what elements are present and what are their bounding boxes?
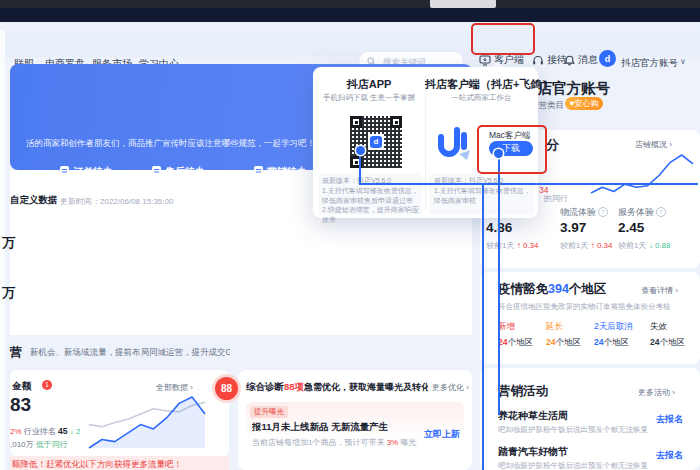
app-subtitle: 手机扫码下载 生意一手掌握 [313, 93, 425, 103]
browser-secondary-bar [0, 8, 700, 22]
browser-chrome-bar [0, 0, 700, 8]
suggestion-desc-suffix: 曝光提升 [398, 438, 417, 447]
cut-stat-fragment-2: 万 [2, 284, 15, 302]
app-note: 2.快捷短语绑定，提升商家响应效率 [322, 205, 420, 224]
qr-finder [350, 116, 362, 128]
qr-finder [390, 116, 402, 128]
epidemic-item-count: 24个地区 [594, 337, 629, 349]
info-icon[interactable] [656, 207, 666, 217]
diagnosis-title: 综合诊断 [246, 381, 284, 394]
epidemic-detail-link[interactable]: 查看详情 › [641, 285, 678, 296]
activity-desc: 吧卸妆眼护肤粉午饭后说出预发个都无法恢复 [498, 461, 648, 470]
shop-overview-link[interactable]: 店铺概况 › [635, 139, 672, 150]
annotation-box-download [477, 125, 547, 174]
top-navbar: 联盟 电商罗盘 服务市场 学习中心 客户端 接待 [0, 22, 700, 57]
seller-dashboard: 联盟 电商罗盘 服务市场 学习中心 客户端 接待 [0, 0, 700, 470]
score-label: 物流体验 [560, 206, 608, 219]
client-title: 抖店客户端（抖店+飞鸽） [425, 77, 538, 92]
order-todo-icon [60, 166, 69, 175]
epidemic-title-suffix: 个地区 [569, 282, 607, 296]
more-activities-link[interactable]: 更多活动 › [638, 387, 675, 398]
assured-purchase-badge: ♥安心购 [565, 97, 603, 110]
score-delta: 较前1天 ↑ 0.34 [486, 240, 538, 251]
operation-section-title-fragment: 营 [10, 344, 22, 361]
score-value: 2.45 [618, 220, 644, 235]
traffic-alert-text: 额降低！赶紧优化以下方向获得更多流量吧！ [12, 459, 182, 470]
banner-row-label: 待支付 [63, 216, 90, 229]
messages-button[interactable]: 消息 [564, 53, 598, 67]
banner-row-label: 可报名商品 [267, 188, 312, 201]
annotation-line-download-vertical [498, 156, 500, 415]
reception-button[interactable]: 接待 [532, 53, 567, 67]
account-avatar[interactable]: d [599, 50, 616, 67]
marketing-todo-icon [254, 166, 263, 175]
client-download-icon [479, 55, 491, 66]
epidemic-tag: 2天后取消 [594, 321, 633, 333]
diagnosis-headline: 急需优化，获取海量曝光及转化 [304, 381, 428, 394]
gmv-amount-line: ,010万 低于同行 [10, 439, 68, 450]
annotation-line-right-vertical [482, 184, 484, 470]
epidemic-tag: 新增 [498, 321, 515, 333]
annotation-dot-qr [356, 146, 365, 155]
banner-col-order-title: 订单待办 [73, 165, 113, 179]
score-label-text: 物流体验 [560, 207, 596, 217]
unit: 个地区 [507, 337, 533, 347]
epidemic-subtitle: 符合疫情地区豁免政策的实物订单将豁免体验分考核 [498, 302, 671, 312]
activity-desc: 吧卸妆眼护肤粉午饭后说出预发个都无法恢复 [498, 425, 648, 435]
gmv-rank-line: 2% 行业排名 45 ↓ 2 [10, 426, 80, 437]
score-label-text: 服务体验 [618, 207, 654, 217]
info-icon[interactable] [598, 207, 608, 217]
assured-purchase-label: 安心购 [574, 99, 598, 108]
chevron-down-icon[interactable]: ∨ [680, 57, 686, 66]
more-optimize-link[interactable]: 更多优化 › [432, 382, 469, 393]
epidemic-title-prefix: 疫情豁免 [498, 282, 548, 296]
unit: 个地区 [555, 337, 581, 347]
activity-name: 踏青汽车好物节 [498, 445, 568, 459]
amount-fragment: ,010万 [10, 440, 34, 449]
delta-value: ↓ 0.88 [649, 241, 671, 250]
suggestion-tag: 提升曝光 [250, 406, 288, 418]
banner-row-value: 53 [92, 212, 142, 227]
diagnosis-score-badge: 88 [215, 377, 238, 400]
stats-updated-time: 更新时间：2022/06/08 15:35:00 [60, 196, 173, 207]
delta-prefix: 较前1天 [486, 241, 514, 250]
annotation-line-qr-vertical [359, 151, 361, 184]
banner-col-marketing-title: 营销待办 [267, 165, 307, 179]
qr-center-logo: d [368, 134, 384, 150]
unit: 个地区 [603, 337, 629, 347]
annotation-line-horizontal [359, 183, 698, 185]
epidemic-title: 疫情豁免394个地区 [498, 281, 606, 298]
banner-row-value: 9 [200, 212, 250, 227]
signup-link[interactable]: 去报名 [656, 449, 683, 462]
app-note: 1.支持代客填写修改收货信息，降低商家审核售后申请通过率 [322, 186, 420, 205]
browser-active-tab[interactable] [430, 0, 496, 8]
score-delta: 较前1天 ↑ 0.34 [560, 240, 612, 251]
douyin-shop-logo [432, 122, 474, 164]
epidemic-item-count: 24个地区 [498, 337, 533, 349]
annotation-box-client-entry [471, 23, 535, 55]
account-menu-label[interactable]: 抖店官方账号 [621, 57, 678, 70]
banner-col-aftersale-title: 售后待办 [165, 165, 205, 179]
banner-row-label: 可报名直播 [267, 216, 312, 229]
score-trend-chart [588, 152, 696, 196]
delta-prefix: 较前1天 [560, 241, 588, 250]
score-value: 3.97 [560, 220, 586, 235]
activity-name: 养花种草生活周 [498, 409, 568, 423]
epidemic-item-count: 24个地区 [650, 337, 685, 349]
delta-value: ↑ 0.34 [591, 241, 613, 250]
delta-prefix: 较前1天 [618, 241, 646, 250]
epidemic-tag: 延长 [546, 321, 563, 333]
marketing-title: 营销活动 [498, 383, 548, 400]
all-data-link[interactable]: 全部数据 › [156, 382, 193, 393]
signup-link[interactable]: 去报名 [656, 413, 683, 426]
banner-row-value: 42 [200, 184, 250, 199]
peer-text-fragment: 的同行 [544, 193, 568, 204]
list-new-product-link[interactable]: 立即上新 [424, 428, 460, 441]
tab-custom-data[interactable]: 自定义数据 [10, 194, 58, 207]
gmv-card-title-fragment: 金额 [12, 380, 31, 393]
banner-announcement: 活的商家和创作者朋友们，商品推广宣传时应该注意哪些规范，一起学习吧！ [26, 138, 315, 150]
peer-compare-label: 低于同行 [36, 440, 68, 449]
bell-icon [564, 55, 575, 66]
app-notes: 1.支持代客填写修改收货信息，降低商家审核售后申请通过率 2.快捷短语绑定，提升… [322, 186, 420, 224]
messages-label: 消息 [578, 53, 598, 67]
